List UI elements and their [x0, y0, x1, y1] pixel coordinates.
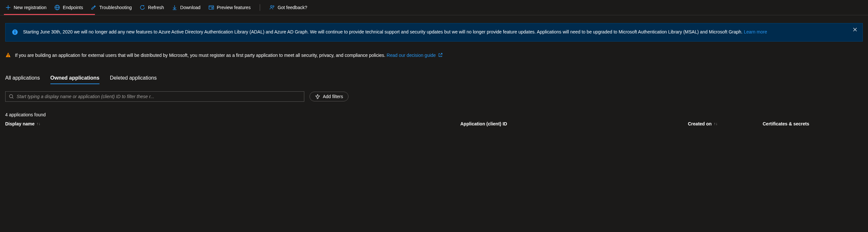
toolbar-label: Refresh: [148, 5, 164, 10]
sort-icon: ↑↓: [714, 122, 717, 126]
add-filters-label: Add filters: [323, 94, 343, 99]
filter-icon: [315, 94, 320, 99]
learn-more-link[interactable]: Learn more: [744, 29, 767, 34]
warning-text-wrapper: If you are building an application for e…: [15, 53, 443, 59]
refresh-icon: [140, 5, 145, 10]
download-icon: [172, 5, 178, 10]
svg-line-21: [12, 97, 13, 98]
column-app-id[interactable]: Application (client) ID: [460, 121, 688, 126]
column-created-on[interactable]: Created on ↑↓: [688, 121, 763, 126]
toolbar-label: Troubleshooting: [99, 5, 132, 10]
warning-message-text: If you are building an application for e…: [15, 53, 385, 58]
warning-icon: [5, 52, 11, 59]
svg-point-14: [14, 31, 16, 32]
globe-icon: [54, 5, 60, 10]
download-button[interactable]: Download: [172, 3, 200, 12]
troubleshooting-button[interactable]: Troubleshooting: [91, 3, 132, 12]
toolbar-label: New registration: [14, 5, 46, 10]
search-box[interactable]: [5, 91, 304, 102]
svg-rect-13: [14, 32, 15, 34]
close-icon: [853, 27, 857, 32]
svg-point-20: [9, 95, 13, 98]
toolbar: New registration Endpoints Troubleshooti…: [0, 0, 868, 15]
endpoints-button[interactable]: Endpoints: [54, 3, 83, 12]
tab-deleted-applications[interactable]: Deleted applications: [110, 72, 157, 84]
svg-point-18: [8, 56, 8, 57]
column-label: Application (client) ID: [460, 121, 507, 126]
column-certificates[interactable]: Certificates & secrets: [763, 121, 863, 126]
wrench-icon: [91, 5, 97, 10]
info-message-text: Starting June 30th, 2020 we will no long…: [23, 29, 743, 34]
toolbar-label: Got feedback?: [278, 5, 307, 10]
svg-point-10: [271, 5, 272, 7]
search-input[interactable]: [17, 94, 301, 99]
search-icon: [9, 94, 14, 99]
preview-icon: [208, 5, 214, 10]
svg-rect-17: [8, 54, 8, 56]
svg-line-19: [440, 53, 442, 55]
filter-row: Add filters: [5, 91, 863, 102]
column-display-name[interactable]: Display name ↑↓: [5, 121, 460, 126]
refresh-button[interactable]: Refresh: [140, 3, 164, 12]
external-link-icon: [438, 53, 443, 58]
table-header: Display name ↑↓ Application (client) ID …: [5, 121, 863, 126]
close-info-button[interactable]: [853, 27, 857, 33]
separator: [260, 4, 260, 11]
plus-icon: [5, 5, 11, 10]
decision-guide-link[interactable]: Read our decision guide: [386, 53, 436, 58]
preview-features-button[interactable]: Preview features: [208, 3, 251, 12]
feedback-icon: [269, 5, 275, 10]
new-registration-button[interactable]: New registration: [5, 3, 46, 12]
toolbar-label: Download: [180, 5, 200, 10]
toolbar-label: Preview features: [217, 5, 251, 10]
content-area: Starting June 30th, 2020 we will no long…: [0, 23, 868, 126]
info-banner: Starting June 30th, 2020 we will no long…: [5, 23, 863, 42]
tabs: All applications Owned applications Dele…: [5, 72, 863, 84]
warning-banner: If you are building an application for e…: [5, 48, 863, 63]
tab-owned-applications[interactable]: Owned applications: [51, 72, 99, 84]
add-filters-button[interactable]: Add filters: [309, 92, 348, 101]
sort-icon: ↑↓: [36, 122, 40, 126]
column-label: Display name: [5, 121, 34, 126]
info-icon: [12, 29, 18, 36]
tab-all-applications[interactable]: All applications: [5, 72, 40, 84]
svg-rect-7: [209, 5, 214, 9]
results-count: 4 applications found: [5, 112, 863, 117]
feedback-button[interactable]: Got feedback?: [269, 3, 307, 12]
svg-point-9: [212, 7, 213, 8]
column-label: Certificates & secrets: [763, 121, 809, 126]
info-text-wrapper: Starting June 30th, 2020 we will no long…: [23, 29, 856, 35]
toolbar-label: Endpoints: [63, 5, 83, 10]
column-label: Created on: [688, 121, 712, 126]
